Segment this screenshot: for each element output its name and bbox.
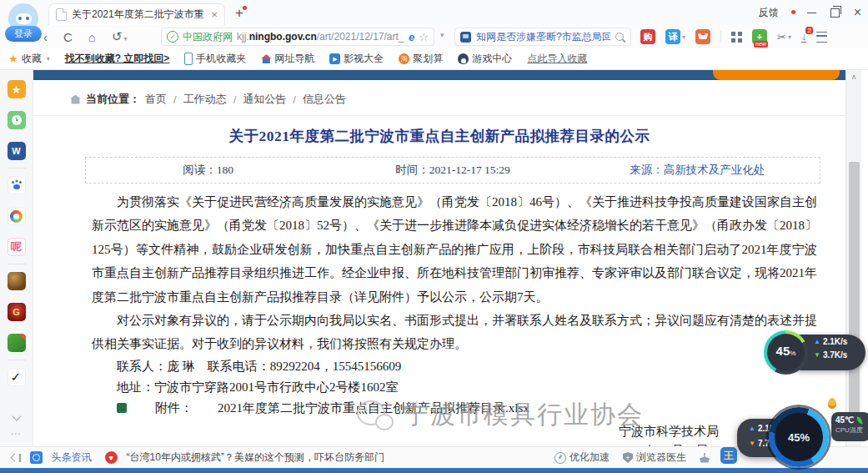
sidebar-favorites-icon[interactable]: ★ bbox=[8, 80, 26, 98]
home-button[interactable]: ⌂ bbox=[88, 31, 96, 43]
speedometer-icon bbox=[554, 452, 566, 464]
corner-monitor-widget[interactable]: ▲2.1K/s ▼7.7K/s 45% 45℃ CPU温度 王 bbox=[715, 405, 868, 473]
usage-gauge-ball[interactable]: 45 % bbox=[764, 330, 808, 375]
vertical-scrollbar[interactable]: ∧ bbox=[845, 70, 861, 446]
login-button[interactable]: 登录 bbox=[5, 26, 42, 42]
taobao-icon: 淘 bbox=[399, 53, 409, 64]
back-button[interactable]: ‹ bbox=[43, 31, 48, 43]
toutiao-news-icon[interactable] bbox=[30, 451, 43, 464]
penguin-icon bbox=[458, 53, 469, 64]
url-dropdown-icon[interactable]: ▾ bbox=[440, 31, 444, 39]
sidebar-ni-icon[interactable]: 呢 bbox=[8, 238, 26, 256]
up-arrow-icon: ▲ bbox=[749, 425, 755, 432]
clean-broom-icon[interactable] bbox=[700, 453, 710, 463]
minimize-button[interactable] bbox=[807, 13, 816, 13]
article-title: 关于2021年度第二批宁波市重点自主创新产品拟推荐目录的公示 bbox=[33, 126, 845, 146]
network-speed-widget[interactable]: ▲2.1K/s ▼3.7K/s 45 % bbox=[764, 330, 867, 375]
page-icon bbox=[56, 8, 67, 21]
import-bookmarks-link[interactable]: 点此导入收藏 bbox=[527, 52, 587, 66]
news-source-label[interactable]: 头条资讯 bbox=[52, 450, 96, 465]
download-speed: ▼3.7K/s bbox=[814, 350, 847, 360]
close-button[interactable]: × bbox=[854, 6, 861, 19]
sidebar-scroll-down-icon[interactable] bbox=[12, 411, 21, 420]
sidebar-collapse-icon[interactable] bbox=[12, 454, 21, 462]
address-line: 地址：宁波市宁穿路2001号市行政中心2号楼1602室 bbox=[92, 377, 817, 398]
maximize-button[interactable] bbox=[830, 8, 840, 18]
search-suggestion-text[interactable]: 知网是否涉嫌垄断?市监总局回应 bbox=[476, 30, 610, 44]
bookmark-game-center[interactable]: 游戏中心 bbox=[458, 52, 512, 66]
sidebar-game-icon-3[interactable] bbox=[8, 334, 26, 352]
breadcrumb-work-news[interactable]: 工作动态 bbox=[183, 92, 227, 107]
breadcrumb-notices[interactable]: 通知公告 bbox=[243, 92, 286, 107]
new-badge: new bbox=[754, 41, 768, 48]
hot-topic-icon bbox=[460, 32, 471, 43]
sidebar-nike-icon[interactable]: ✓ bbox=[8, 368, 26, 386]
page-top-button-fragment[interactable] bbox=[713, 70, 840, 80]
cpu-temperature-chip[interactable]: 45℃ CPU温度 bbox=[831, 412, 868, 441]
bookmark-video[interactable]: ▶ 影视大全 bbox=[329, 52, 384, 66]
breadcrumb: 当前位置： 首页 / 工作动态 / 通知公告 / 信息公告 bbox=[33, 80, 845, 116]
menu-icon[interactable] bbox=[816, 32, 827, 43]
navigation-bar: ‹ C ⌂ ↺▾ ✓ 中国政府网 kjj.ningbo.gov.cn/art/2… bbox=[0, 25, 868, 49]
refresh-button[interactable]: C bbox=[63, 31, 73, 43]
new-tab-button[interactable]: + bbox=[235, 5, 243, 22]
sidebar-game-icon-1[interactable] bbox=[8, 272, 26, 290]
sidebar-history-icon[interactable] bbox=[8, 111, 26, 129]
bookmark-site-nav[interactable]: 网址导航 bbox=[261, 52, 314, 66]
ie-compat-icon[interactable]: e bbox=[409, 31, 414, 43]
article-meta: 阅读：180 时间：2021-12-17 15:29 来源：高新技术及产业化处 bbox=[85, 157, 820, 184]
cpu-percent: 45% bbox=[775, 413, 823, 461]
excel-file-icon bbox=[117, 403, 127, 413]
swoosh-icon: ✓ bbox=[9, 370, 24, 385]
page-top-nav-bar bbox=[33, 70, 845, 80]
news-headline[interactable]: “台湾10年内或拥核武”？美媒的这个预测，吓坏台防务部门 bbox=[127, 450, 384, 465]
sidebar-browser-icon[interactable] bbox=[8, 207, 26, 225]
sidebar-more-icon[interactable]: ⋯ bbox=[11, 428, 23, 440]
breadcrumb-home[interactable]: 首页 bbox=[145, 92, 167, 107]
gov-site-verify-label: 中国政府网 bbox=[183, 30, 233, 44]
sidebar-word-doc-icon[interactable]: W bbox=[8, 142, 26, 160]
bookmark-juhuasuan[interactable]: 淘 聚划算 bbox=[399, 52, 443, 66]
download-button[interactable]: ↓2 bbox=[801, 32, 807, 43]
cpu-temp-value: 45℃ bbox=[835, 415, 854, 425]
breadcrumb-info-notices[interactable]: 信息公告 bbox=[303, 92, 346, 107]
screenshot-button[interactable]: ✂▾ bbox=[777, 31, 791, 43]
scroll-up-icon[interactable]: ∧ bbox=[846, 70, 861, 83]
cpu-gauge-ball[interactable]: 45% bbox=[769, 407, 829, 467]
bookmark-star-icon[interactable]: ☆ bbox=[419, 31, 429, 43]
undo-close-button[interactable]: ↺▾ bbox=[112, 29, 128, 44]
browser-tab[interactable]: 关于2021年度第二批宁波市重 × bbox=[48, 3, 225, 25]
usage-percent: 45 bbox=[776, 345, 790, 357]
url-text[interactable]: kjj.ningbo.gov.cn/art/2021/12/17/art_12 bbox=[237, 31, 404, 43]
translate-button[interactable]: 译▾ bbox=[665, 29, 685, 44]
game-center-button[interactable] bbox=[695, 29, 710, 44]
star-icon: ★ bbox=[8, 53, 18, 65]
tab-title: 关于2021年度第二批宁波市重 bbox=[72, 8, 206, 22]
read-count: 阅读：180 bbox=[86, 163, 330, 178]
sidebar-game-icon-2[interactable]: G bbox=[8, 303, 26, 321]
favorites-menu[interactable]: ★ 收藏▾ bbox=[8, 52, 50, 66]
wechat-bubbles-icon bbox=[357, 400, 394, 430]
bookmark-recover-link[interactable]: 找不到收藏? 立即找回> bbox=[65, 52, 170, 66]
play-icon: ▶ bbox=[329, 53, 340, 64]
recommend-button[interactable]: +new bbox=[752, 29, 767, 44]
apps-grid-icon[interactable] bbox=[731, 32, 742, 43]
browser-doctor-button[interactable]: + 浏览器医生 bbox=[623, 450, 686, 465]
scrollbar-thumb[interactable] bbox=[849, 162, 860, 416]
search-box[interactable]: 知网是否涉嫌垄断?市监总局回应 bbox=[454, 28, 631, 46]
king-glory-icon[interactable]: 王 bbox=[720, 447, 737, 464]
up-arrow-icon: ▲ bbox=[814, 338, 820, 345]
heart-news-icon[interactable]: ♥ bbox=[105, 451, 118, 464]
search-icon[interactable] bbox=[615, 33, 624, 41]
address-bar[interactable]: ✓ 中国政府网 kjj.ningbo.gov.cn/art/2021/12/17… bbox=[161, 28, 434, 46]
feedback-link[interactable]: 反馈 bbox=[759, 6, 779, 20]
tab-close-icon[interactable]: × bbox=[211, 9, 218, 20]
gamepad-icon bbox=[699, 35, 707, 39]
bookmark-phone-favorites[interactable]: 手机收藏夹 bbox=[184, 52, 246, 66]
sidebar-tieba-icon[interactable] bbox=[8, 176, 26, 194]
color-ring-icon bbox=[10, 210, 23, 223]
optimize-accelerate-button[interactable]: 优化加速 bbox=[554, 450, 610, 465]
clock-icon bbox=[12, 115, 22, 125]
shopping-button[interactable]: 购 bbox=[640, 29, 655, 44]
bookmarks-bar: ★ 收藏▾ 找不到收藏? 立即找回> 手机收藏夹 网址导航 ▶ 影视大全 淘 聚… bbox=[0, 48, 868, 70]
